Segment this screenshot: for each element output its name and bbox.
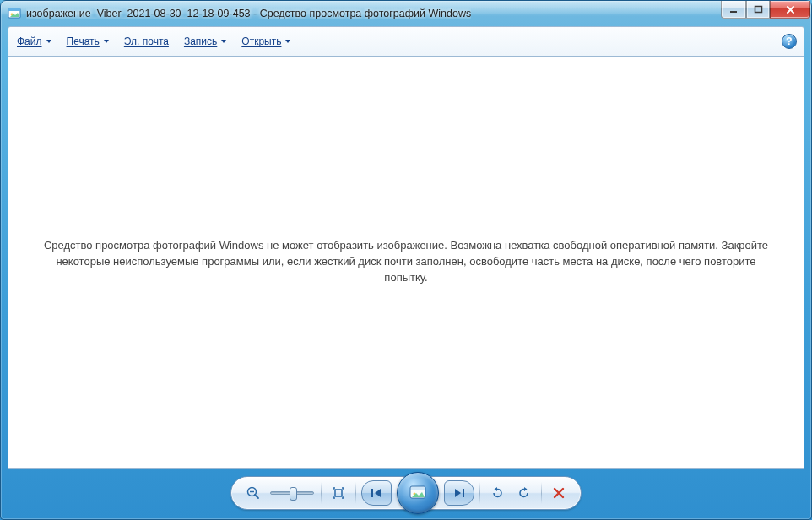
- title-bar[interactable]: изображение_Viber_2021-08-30_12-18-09-45…: [1, 1, 811, 26]
- footer-controls: [1, 472, 811, 514]
- help-button[interactable]: ?: [782, 34, 797, 49]
- rotate-cw-button[interactable]: [511, 479, 538, 506]
- slideshow-button[interactable]: [397, 472, 439, 514]
- zoom-slider[interactable]: [267, 479, 317, 506]
- zoom-out-button[interactable]: [240, 479, 267, 506]
- separator: [355, 482, 356, 504]
- separator: [541, 482, 542, 504]
- controls-container: [230, 476, 582, 510]
- actual-size-button[interactable]: [325, 479, 352, 506]
- svg-rect-4: [755, 6, 761, 12]
- help-icon: ?: [786, 35, 792, 47]
- maximize-button[interactable]: [746, 1, 770, 19]
- menu-print-label: Печать: [67, 35, 100, 47]
- menu-email-label: Эл. почта: [124, 35, 169, 47]
- menu-bar: Файл Печать Эл. почта Запись Открыть ?: [8, 27, 804, 56]
- svg-rect-9: [371, 489, 373, 497]
- menu-file[interactable]: Файл: [17, 35, 51, 47]
- menu-open-label: Открыть: [241, 35, 281, 47]
- slider-track: [270, 491, 314, 495]
- chevron-down-icon: [46, 40, 51, 43]
- previous-button[interactable]: [361, 480, 392, 506]
- menu-burn[interactable]: Запись: [184, 35, 226, 47]
- svg-rect-11: [410, 486, 425, 490]
- menu-bar-container: Файл Печать Эл. почта Запись Открыть ?: [8, 26, 804, 57]
- menu-print[interactable]: Печать: [67, 35, 109, 47]
- delete-button[interactable]: [545, 479, 572, 506]
- window-controls: [721, 1, 810, 19]
- separator: [479, 482, 480, 504]
- svg-line-6: [255, 495, 258, 498]
- image-viewport: Средство просмотра фотографий Windows не…: [8, 57, 804, 469]
- menu-burn-label: Запись: [184, 35, 217, 47]
- slider-thumb[interactable]: [290, 487, 297, 501]
- svg-rect-14: [463, 489, 464, 497]
- next-button[interactable]: [444, 480, 474, 506]
- menu-file-label: Файл: [17, 35, 42, 47]
- chevron-down-icon: [104, 40, 109, 43]
- close-button[interactable]: [770, 1, 810, 19]
- chevron-down-icon: [221, 40, 226, 43]
- menu-email[interactable]: Эл. почта: [124, 35, 169, 47]
- svg-rect-8: [335, 490, 342, 496]
- separator: [321, 482, 322, 504]
- rotate-ccw-button[interactable]: [484, 479, 511, 506]
- svg-rect-1: [8, 8, 20, 11]
- error-message: Средство просмотра фотографий Windows не…: [34, 238, 778, 286]
- minimize-button[interactable]: [721, 1, 746, 19]
- app-icon: [8, 7, 21, 20]
- app-window: изображение_Viber_2021-08-30_12-18-09-45…: [0, 0, 812, 520]
- chevron-down-icon: [285, 40, 290, 43]
- window-title: изображение_Viber_2021-08-30_12-18-09-45…: [26, 8, 471, 19]
- svg-rect-3: [730, 11, 737, 13]
- menu-open[interactable]: Открыть: [241, 35, 290, 47]
